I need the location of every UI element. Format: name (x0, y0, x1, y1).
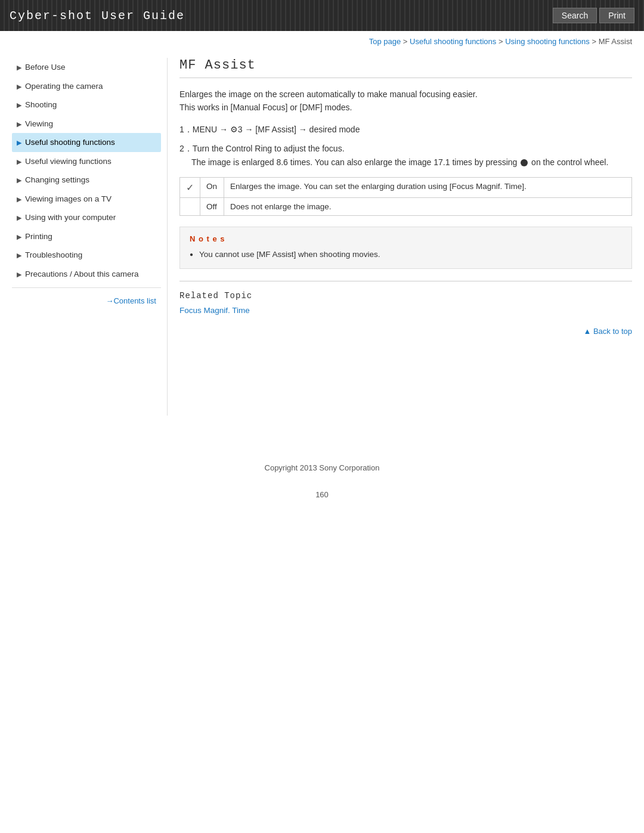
back-to-top-text: Back to top (593, 327, 632, 336)
sidebar-item-printing[interactable]: ▶Printing (12, 227, 161, 246)
header: Cyber-shot User Guide Search Print (0, 0, 644, 31)
footer: Copyright 2013 Sony Corporation (0, 451, 644, 484)
breadcrumb: Top page > Useful shooting functions > U… (0, 31, 644, 52)
sidebar-item-viewing-tv[interactable]: ▶Viewing images on a TV (12, 190, 161, 209)
step-1: 1．MENU → ⚙3 → [MF Assist] → desired mode (179, 123, 632, 136)
print-button[interactable]: Print (599, 8, 634, 23)
intro-line1: Enlarges the image on the screen automat… (179, 88, 632, 101)
sidebar-item-viewing[interactable]: ▶Viewing (12, 114, 161, 134)
sidebar-item-label: Shooting (25, 100, 57, 110)
notes-title: N o t e s (190, 234, 622, 243)
mode-cell: Off (200, 197, 224, 215)
sidebar-arrow-icon: ▶ (17, 270, 21, 278)
page-number: 160 (0, 484, 644, 505)
contents-link-row: → Contents list (12, 292, 161, 305)
step-2: 2．Turn the Control Ring to adjust the fo… (179, 142, 632, 169)
breadcrumb-sep3: > (590, 37, 599, 46)
related-topic: Related Topic Focus Magnif. Time (179, 291, 632, 315)
back-to-top-row: ▲ Back to top (179, 327, 632, 336)
breadcrumb-sep1: > (401, 37, 410, 46)
step2-num: 2． (179, 144, 193, 153)
circle-button-icon (521, 159, 528, 166)
sidebar-item-label: Troubleshooting (25, 250, 82, 261)
settings-table: ✓OnEnlarges the image. You can set the e… (179, 177, 632, 216)
sidebar-item-before-use[interactable]: ▶Before Use (12, 58, 161, 77)
sidebar-arrow-icon: ▶ (17, 176, 21, 184)
sidebar-item-using-computer[interactable]: ▶Using with your computer (12, 208, 161, 227)
sidebar-arrow-icon: ▶ (17, 195, 21, 203)
sidebar-item-label: Printing (25, 231, 52, 242)
sidebar-item-label: Changing settings (25, 175, 89, 185)
steps: 1．MENU → ⚙3 → [MF Assist] → desired mode… (179, 123, 632, 169)
step2-line3-text: on the control wheel. (531, 157, 608, 167)
back-to-top-link[interactable]: ▲ Back to top (583, 327, 632, 336)
sidebar-item-label: Viewing (25, 119, 53, 129)
step2-line1: 2．Turn the Control Ring to adjust the fo… (179, 142, 632, 155)
arrow-right-icon: → (106, 296, 113, 305)
sidebar-arrow-icon: ▶ (17, 120, 21, 128)
breadcrumb-current: MF Assist (599, 37, 632, 46)
search-button[interactable]: Search (553, 8, 597, 23)
breadcrumb-using-shooting[interactable]: Using shooting functions (505, 37, 590, 46)
sidebar-item-label: Viewing images on a TV (25, 194, 112, 205)
step1-text: MENU → (193, 125, 230, 134)
sidebar-item-shooting[interactable]: ▶Shooting (12, 95, 161, 114)
sidebar-item-precautions[interactable]: ▶Precautions / About this camera (12, 265, 161, 284)
intro-line2: This works in [Manual Focus] or [DMF] mo… (179, 101, 632, 114)
related-topic-link[interactable]: Focus Magnif. Time (179, 306, 250, 315)
sidebar-item-label: Operating the camera (25, 81, 103, 92)
check-cell: ✓ (180, 177, 200, 197)
sidebar-item-label: Precautions / About this camera (25, 269, 139, 280)
breadcrumb-useful-shooting[interactable]: Useful shooting functions (410, 37, 496, 46)
main-layout: ▶Before Use▶Operating the camera▶Shootin… (0, 52, 644, 428)
notes-section: N o t e s You cannot use [MF Assist] whe… (179, 227, 632, 269)
step1-rest: 3 → [MF Assist] → desired mode (238, 125, 360, 134)
content-area: MF Assist Enlarges the image on the scre… (167, 58, 632, 416)
description-cell: Enlarges the image. You can set the enla… (224, 177, 632, 197)
list-item: You cannot use [MF Assist] when shooting… (190, 248, 622, 261)
sidebar-divider (12, 287, 161, 288)
breadcrumb-top[interactable]: Top page (369, 37, 401, 46)
header-buttons: Search Print (553, 8, 634, 23)
mode-cell: On (200, 177, 224, 197)
checkmark-icon: ✓ (186, 182, 194, 193)
check-cell (180, 197, 200, 215)
contents-list-link[interactable]: Contents list (113, 296, 156, 305)
step2-line2: The image is enlarged 8.6 times. You can… (179, 156, 632, 169)
site-title: Cyber-shot User Guide (10, 9, 185, 23)
sidebar: ▶Before Use▶Operating the camera▶Shootin… (12, 58, 167, 416)
table-row: OffDoes not enlarge the image. (180, 197, 632, 215)
gear-icon: ⚙ (230, 123, 238, 136)
sidebar-item-operating-camera[interactable]: ▶Operating the camera (12, 77, 161, 96)
sidebar-item-label: Useful shooting functions (25, 137, 115, 148)
sidebar-arrow-icon: ▶ (17, 213, 21, 222)
sidebar-item-label: Using with your computer (25, 212, 116, 223)
sidebar-item-label: Useful viewing functions (25, 156, 112, 167)
sidebar-item-label: Before Use (25, 62, 66, 73)
sidebar-item-useful-shooting[interactable]: ▶Useful shooting functions (12, 133, 161, 152)
sidebar-arrow-icon: ▶ (17, 138, 21, 147)
sidebar-arrow-icon: ▶ (17, 101, 21, 109)
sidebar-arrow-icon: ▶ (17, 251, 21, 259)
step-num: 1． (179, 125, 193, 134)
sidebar-arrow-icon: ▶ (17, 233, 21, 241)
sidebar-item-useful-viewing[interactable]: ▶Useful viewing functions (12, 152, 161, 171)
page-title: MF Assist (179, 58, 632, 78)
sidebar-item-troubleshooting[interactable]: ▶Troubleshooting (12, 246, 161, 265)
sidebar-arrow-icon: ▶ (17, 157, 21, 166)
breadcrumb-sep2: > (496, 37, 505, 46)
step2-line2-text: The image is enlarged 8.6 times. You can… (191, 157, 517, 167)
triangle-up-icon: ▲ (583, 327, 593, 336)
related-topic-title: Related Topic (179, 291, 632, 301)
sidebar-arrow-icon: ▶ (17, 63, 21, 72)
intro-text: Enlarges the image on the screen automat… (179, 88, 632, 114)
sidebar-item-changing-settings[interactable]: ▶Changing settings (12, 171, 161, 190)
copyright-text: Copyright 2013 Sony Corporation (265, 463, 380, 472)
notes-list: You cannot use [MF Assist] when shooting… (190, 248, 622, 261)
sidebar-arrow-icon: ▶ (17, 82, 21, 91)
section-separator (179, 281, 632, 281)
table-row: ✓OnEnlarges the image. You can set the e… (180, 177, 632, 197)
description-cell: Does not enlarge the image. (224, 197, 632, 215)
